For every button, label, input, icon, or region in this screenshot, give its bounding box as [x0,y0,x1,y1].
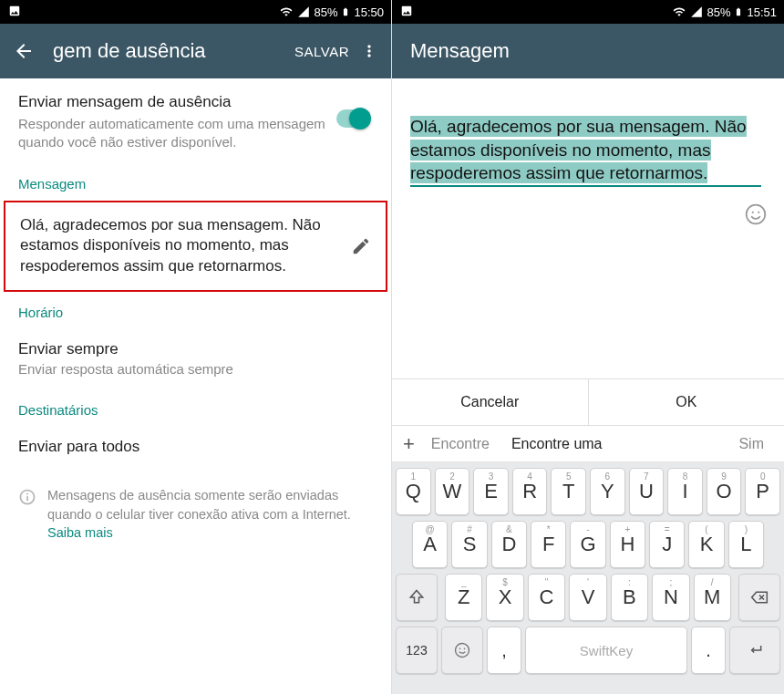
message-input-area[interactable]: Olá, agradecemos por sua mensagem. Não e… [392,78,784,187]
key-n[interactable]: ;N [652,574,689,621]
schedule-subtitle: Enviar resposta automática sempre [18,361,373,377]
key-s[interactable]: #S [451,521,487,568]
key-d[interactable]: &D [491,521,527,568]
key-t[interactable]: 5T [551,468,586,515]
key-y[interactable]: 6Y [590,468,625,515]
info-text: Mensagens de ausência somente serão envi… [47,488,351,521]
clock-text: 15:51 [747,5,777,19]
enter-key[interactable] [729,627,780,674]
cancel-button[interactable]: Cancelar [392,379,589,425]
add-suggestion-button[interactable]: + [403,432,415,456]
status-bar: 85% 15:51 [392,0,784,24]
key-w[interactable]: 2W [435,468,470,515]
key-q[interactable]: 1Q [396,468,431,515]
numeric-key[interactable]: 123 [396,627,438,674]
shift-key[interactable] [396,574,438,621]
svg-point-0 [747,205,766,224]
wifi-icon [672,5,686,18]
learn-more-link[interactable]: Saiba mais [47,525,113,540]
key-j[interactable]: =J [649,521,685,568]
app-bar: gem de ausência SALVAR [0,24,391,78]
key-f[interactable]: *F [531,521,566,568]
recipients-title: Enviar para todos [18,438,373,456]
key-l[interactable]: )L [728,521,764,568]
suggestion-3[interactable]: Sim [738,436,764,452]
message-preview-row[interactable]: Olá, agradecemos por sua mensagem. Não e… [4,201,387,293]
suggestion-bar: + Encontre Encontre uma Sim [392,426,784,462]
schedule-title: Enviar sempre [18,340,373,358]
space-key[interactable]: SwiftKey [525,627,687,674]
keyboard-row-3: _Z$X"C'V:B;N/M [396,574,780,621]
backspace-key[interactable] [738,574,780,621]
keyboard: 1Q2W3E4R5T6Y7U8I9O0P @A#S&D*F-G+H=J(K)L … [392,462,784,694]
ok-button[interactable]: OK [589,379,785,425]
key-g[interactable]: -G [570,521,605,568]
pencil-icon[interactable] [351,236,371,256]
keyboard-row-2: @A#S&D*F-G+H=J(K)L [396,521,780,568]
key-m[interactable]: /M [694,574,731,621]
away-message-toggle[interactable] [336,109,369,128]
svg-point-1 [752,212,754,213]
battery-percent: 85% [314,5,337,19]
battery-icon [734,5,743,19]
status-bar: 85% 15:50 [0,0,391,24]
toggle-subtitle: Responder automaticamente com uma mensag… [18,115,336,152]
key-z[interactable]: _Z [445,574,482,621]
smiley-icon [453,641,471,659]
battery-percent: 85% [707,5,730,19]
away-message-toggle-row: Enviar mensagem de ausência Responder au… [0,78,391,163]
settings-screen: 85% 15:50 gem de ausência SALVAR Enviar … [0,0,392,694]
key-h[interactable]: +H [610,521,645,568]
info-row: Mensagens de ausência somente serão envi… [0,471,391,553]
suggestion-2[interactable]: Encontre uma [511,436,603,452]
key-c[interactable]: "C [528,574,565,621]
section-schedule-label: Horário [0,292,391,329]
edit-message-screen: 85% 15:51 Mensagem Olá, agradecemos por … [392,0,784,694]
section-recipients-label: Destinatários [0,389,391,427]
enter-icon [744,641,766,659]
signal-icon [690,5,703,18]
key-v[interactable]: 'V [569,574,606,621]
key-a[interactable]: @A [412,521,448,568]
keyboard-row-1: 1Q2W3E4R5T6Y7U8I9O0P [396,468,780,515]
battery-icon [341,5,350,19]
emoji-button[interactable] [744,202,768,230]
message-input-text[interactable]: Olá, agradecemos por sua mensagem. Não e… [410,116,747,183]
key-i[interactable]: 8I [667,468,703,515]
key-p[interactable]: 0P [745,468,780,515]
comma-key[interactable]: , [487,627,521,674]
key-e[interactable]: 3E [473,468,509,515]
more-icon[interactable] [360,42,378,60]
page-title: Mensagem [410,39,771,63]
emoji-key[interactable] [441,627,483,674]
back-icon[interactable] [13,40,35,62]
period-key[interactable]: . [691,627,726,674]
page-title: gem de ausência [53,39,294,63]
smiley-icon [744,202,768,226]
key-b[interactable]: :B [611,574,648,621]
keyboard-row-4: 123 , SwiftKey . [396,627,780,674]
backspace-icon [748,588,770,606]
key-u[interactable]: 7U [629,468,665,515]
schedule-row[interactable]: Enviar sempre Enviar resposta automática… [0,329,391,389]
svg-point-2 [758,212,759,213]
save-button[interactable]: SALVAR [294,44,349,59]
key-o[interactable]: 9O [707,468,742,515]
toggle-title: Enviar mensagem de ausência [18,93,336,111]
clock-text: 15:50 [354,5,384,19]
key-r[interactable]: 4R [512,468,548,515]
gallery-icon [399,5,414,17]
section-message-label: Mensagem [0,163,391,201]
svg-point-4 [459,648,461,650]
shift-icon [407,588,426,606]
dialog-buttons: Cancelar OK [392,378,784,426]
message-preview-text: Olá, agradecemos por sua mensagem. Não e… [20,215,351,278]
key-k[interactable]: (K [688,521,724,568]
key-x[interactable]: $X [486,574,523,621]
gallery-icon [7,5,22,17]
svg-point-3 [456,644,469,658]
wifi-icon [279,5,294,18]
app-bar: Mensagem [392,24,784,78]
suggestion-1[interactable]: Encontre [431,436,490,452]
recipients-row[interactable]: Enviar para todos [0,427,391,471]
